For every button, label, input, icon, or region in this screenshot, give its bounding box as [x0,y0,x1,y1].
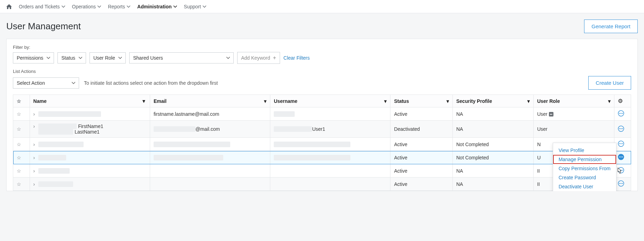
row-actions-button[interactable] [618,126,624,132]
expand-row-icon[interactable]: › [33,111,35,117]
column-header-settings[interactable]: ⚙ [614,95,631,107]
column-header-user-role[interactable]: User Role▾ [534,95,614,107]
column-header-name[interactable]: Name▼ [30,95,150,107]
star-icon: ☆ [17,98,21,104]
redacted-email [154,142,230,147]
cell-security: NA [456,181,463,187]
table-row: ☆ › Active Not Completed N [13,138,631,151]
chevron-down-icon [127,6,130,8]
row-actions-button[interactable] [618,141,624,147]
chevron-down-icon [47,57,50,59]
id-card-icon: ▪▪ [549,112,553,116]
filter-user-role-dropdown[interactable]: User Role [90,52,126,63]
expand-row-icon[interactable]: › [33,168,35,174]
dropdown-label: Status [61,55,75,61]
column-header-favorite[interactable]: ☆ [13,95,30,107]
cell-role: N [537,142,541,147]
nav-label: Administration [137,4,172,9]
menu-copy-permissions-from[interactable]: Copy Permissions From [553,164,616,173]
column-header-status[interactable]: Status▾ [390,95,453,107]
generate-report-button[interactable]: Generate Report [584,20,638,33]
column-header-email[interactable]: Email▾ [150,95,270,107]
row-actions-button[interactable] [618,167,624,173]
svg-point-5 [619,128,620,129]
menu-create-password[interactable]: Create Password [553,173,616,182]
star-icon[interactable]: ☆ [17,155,21,160]
users-table: ☆ Name▼ Email▾ Username▾ Status▾ Securit… [13,95,631,191]
star-icon[interactable]: ☆ [17,111,21,117]
menu-manage-permission[interactable]: Manage Permission [553,155,616,164]
row-actions-button[interactable] [618,154,624,160]
chevron-down-icon [98,6,101,8]
redacted-username [274,155,350,160]
list-actions-label: List Actions [13,69,631,74]
nav-operations[interactable]: Operations [72,4,101,9]
nav-orders-and-tickets[interactable]: Orders and Tickets [19,4,65,9]
cell-role: II [537,181,540,187]
cell-role: User [537,111,548,117]
redacted-username [274,142,350,147]
menu-view-profile[interactable]: View Profile [553,146,616,155]
gear-icon: ⚙ [618,98,623,104]
svg-point-10 [621,143,622,144]
redacted-name [38,111,101,117]
chevron-down-icon [79,57,82,59]
redacted-name [38,168,70,174]
header-label: Security Profile [456,98,492,104]
list-actions-hint: To initiate list actions select one acti… [84,80,218,86]
redacted-text [38,123,77,129]
redacted-text [38,129,73,135]
header-label: Status [394,98,409,104]
filter-status-dropdown[interactable]: Status [57,52,86,63]
cell-status: Active [394,111,407,117]
nav-administration[interactable]: Administration [137,4,177,9]
svg-point-23 [622,183,623,184]
chevron-down-icon [226,57,230,59]
filter-shared-users-dropdown[interactable]: Shared Users [129,52,234,63]
expand-row-icon[interactable]: › [33,181,35,187]
star-icon[interactable]: ☆ [17,168,21,174]
chevron-down-icon [203,6,206,8]
star-icon[interactable]: ☆ [17,181,21,187]
cell-status: Active [394,142,407,147]
svg-point-15 [622,157,623,158]
nav-label: Support [184,4,201,9]
svg-point-21 [619,183,620,184]
svg-point-19 [622,170,623,171]
menu-deactivate-user[interactable]: Deactivate User [553,182,616,191]
redacted-text [154,126,195,132]
nav-support[interactable]: Support [184,4,206,9]
cell-status: Deactivated [394,126,420,132]
create-user-button[interactable]: Create User [588,76,631,90]
star-icon[interactable]: ☆ [17,142,21,147]
add-keyword-input[interactable]: Add Keyword + [237,52,280,64]
cell-role: User [537,126,548,132]
svg-point-18 [621,170,622,171]
column-header-security-profile[interactable]: Security Profile▾ [452,95,533,107]
cell-role: II [537,168,540,174]
select-action-dropdown[interactable]: Select Action [13,77,79,89]
dropdown-label: Permissions [17,55,43,61]
redacted-username [274,111,295,117]
expand-row-icon[interactable]: › [33,123,35,129]
star-icon[interactable]: ☆ [17,126,21,132]
nav-reports[interactable]: Reports [108,4,130,9]
nav-label: Operations [72,4,96,9]
expand-row-icon[interactable]: › [33,155,35,160]
row-actions-button[interactable] [618,110,624,116]
row-actions-button[interactable] [618,180,624,187]
expand-row-icon[interactable]: › [33,142,35,147]
table-row: ☆ › Active NA II [13,164,631,178]
home-icon[interactable] [6,4,12,9]
filter-icon: ▾ [608,98,611,104]
redacted-name [38,142,84,147]
table-row: ☆ › Active NA II [13,178,631,191]
chevron-down-icon [173,6,177,8]
clear-filters-link[interactable]: Clear Filters [284,55,310,61]
header-label: Name [33,98,47,104]
column-header-username[interactable]: Username▾ [270,95,390,107]
filter-icon: ▾ [384,98,387,104]
page-title: User Management [6,21,81,32]
filter-permissions-dropdown[interactable]: Permissions [13,52,54,63]
nav-label: Reports [108,4,125,9]
